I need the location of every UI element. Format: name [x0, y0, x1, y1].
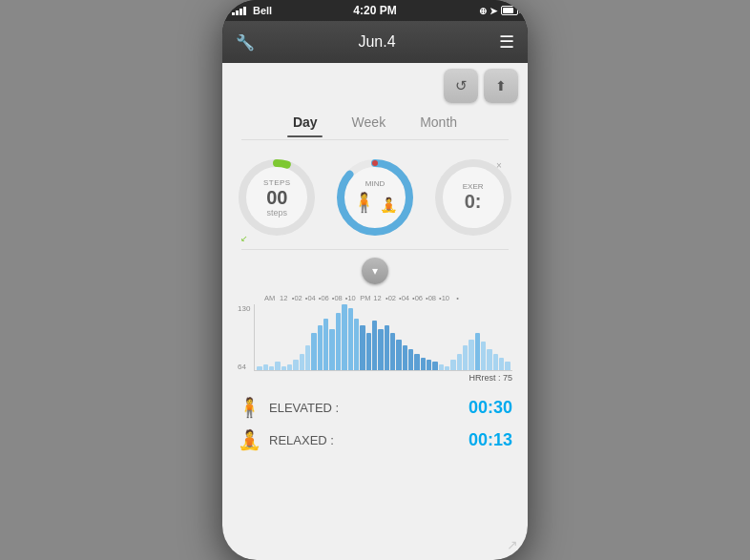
steps-value: 00 — [263, 187, 291, 208]
chart-bars — [255, 304, 512, 370]
activity-elevated: 🧍 ELEVATED : 00:30 — [222, 390, 528, 423]
steps-ring: STEPS 00 steps — [235, 156, 319, 239]
steps-widget: STEPS 00 steps ↙ — [235, 156, 319, 239]
svg-text:×: × — [496, 160, 502, 171]
chart-bar — [414, 354, 419, 370]
relaxed-time: 00:13 — [469, 430, 512, 450]
status-right: ⊕ ➤ — [479, 6, 518, 16]
wrench-icon[interactable]: 🔧 — [236, 33, 255, 52]
tab-day[interactable]: Day — [276, 109, 335, 135]
chart-bar — [281, 366, 286, 370]
chart-bar — [293, 360, 298, 370]
circles-row: STEPS 00 steps ↙ — [222, 144, 528, 245]
chart-bar — [469, 340, 473, 370]
chart-bar — [505, 362, 510, 370]
chart-bar — [499, 358, 504, 370]
am-label: AM — [264, 294, 275, 302]
mind-label: MIND — [352, 179, 398, 188]
chart-bar — [427, 360, 431, 370]
exercise-value: 0: — [463, 191, 484, 213]
svg-point-4 — [372, 160, 378, 166]
elevated-label: ELEVATED : — [269, 401, 461, 415]
chart-bar — [481, 342, 486, 370]
chart-bar — [305, 345, 310, 370]
chart-bar — [336, 313, 341, 370]
chart-bar — [432, 362, 437, 370]
chart-bar — [300, 354, 304, 370]
chart-bar — [269, 366, 274, 370]
chart-bar — [318, 325, 323, 370]
status-bar: Bell 4:20 PM ⊕ ➤ — [222, 0, 528, 21]
heart-rate-section: AM 12 •02 •04 •06 •08 •10 PM 12 •02 •04 … — [222, 288, 528, 390]
chevron-down-icon: ▾ — [372, 264, 378, 278]
chart-bar — [342, 304, 346, 370]
hr-y-labels: 130 64 — [238, 304, 250, 371]
sit-figure-icon: 🧘 — [380, 197, 398, 214]
chart-bar — [493, 354, 498, 370]
chart-bar — [360, 325, 365, 370]
relaxed-label: RELAXED : — [269, 433, 461, 447]
location-icon: ⊕ ➤ — [479, 6, 497, 16]
stand-figure-icon: 🧍 — [352, 191, 376, 214]
chart-bar — [450, 360, 455, 370]
chart-bar — [421, 358, 426, 370]
corner-arrow-icon: ↗ — [507, 537, 518, 552]
relaxed-icon: 🧘 — [238, 428, 261, 451]
signal-bars — [232, 7, 246, 15]
steps-unit: steps — [263, 208, 291, 218]
chart-bar — [385, 325, 389, 370]
chart-bar — [439, 364, 444, 370]
tab-week[interactable]: Week — [335, 109, 404, 135]
menu-icon[interactable]: ☰ — [499, 31, 514, 52]
activity-rows: 🧍 ELEVATED : 00:30 🧘 RELAXED : 00:13 — [222, 390, 528, 455]
top-actions: ↺ ⬆ — [222, 63, 528, 105]
chart-area — [254, 304, 512, 371]
pm-label: PM — [360, 294, 370, 302]
exercise-label: EXER — [463, 182, 484, 191]
status-left: Bell — [232, 5, 272, 16]
chart-bar — [487, 349, 491, 370]
chart-bar — [378, 329, 383, 370]
chart-bar — [263, 364, 268, 370]
hr-chart-wrap: 130 64 — [238, 304, 512, 371]
exercise-ring: × EXER 0: — [431, 156, 515, 239]
chart-bar — [348, 308, 353, 370]
chart-bar — [311, 333, 316, 370]
nav-title: Jun.4 — [358, 33, 395, 51]
mind-widget: MIND 🧍 🧘 — [333, 156, 417, 239]
chart-bar — [403, 345, 407, 370]
chart-bar — [329, 329, 334, 370]
refresh-button[interactable]: ↺ — [444, 69, 478, 103]
exercise-widget: × EXER 0: — [431, 156, 515, 239]
content-area: ↺ ⬆ Day Week Month — [222, 63, 528, 560]
y-low: 64 — [238, 363, 250, 371]
chart-bar — [390, 333, 395, 370]
chart-bar — [287, 364, 292, 370]
chart-bar — [372, 321, 377, 370]
activity-relaxed: 🧘 RELAXED : 00:13 — [222, 423, 528, 455]
chart-bar — [354, 319, 359, 370]
carrier-label: Bell — [253, 5, 272, 16]
chart-bar — [408, 349, 413, 370]
chevron-button[interactable]: ▾ — [222, 254, 528, 288]
chart-bar — [366, 333, 371, 370]
tab-month[interactable]: Month — [403, 109, 474, 135]
battery-icon — [501, 6, 518, 15]
elevated-icon: 🧍 — [238, 396, 261, 419]
chart-bar — [445, 366, 449, 370]
refresh-icon: ↺ — [455, 77, 468, 94]
share-button[interactable]: ⬆ — [484, 69, 518, 103]
steps-label: STEPS — [263, 178, 291, 187]
y-high: 130 — [238, 304, 250, 313]
nav-bar: 🔧 Jun.4 ☰ — [222, 21, 528, 63]
chart-bar — [323, 319, 328, 370]
chart-bar — [457, 354, 462, 370]
time-12am: 12 — [277, 294, 290, 302]
tabs: Day Week Month — [222, 105, 528, 135]
elevated-time: 00:30 — [469, 398, 512, 418]
chart-bar — [275, 362, 280, 370]
share-icon: ⬆ — [495, 78, 507, 93]
hr-axis-top: AM 12 •02 •04 •06 •08 •10 PM 12 •02 •04 … — [238, 294, 512, 304]
chevron-circle[interactable]: ▾ — [362, 258, 388, 284]
phone-frame: Bell 4:20 PM ⊕ ➤ 🔧 Jun.4 ☰ ↺ ⬆ Day — [222, 0, 528, 560]
